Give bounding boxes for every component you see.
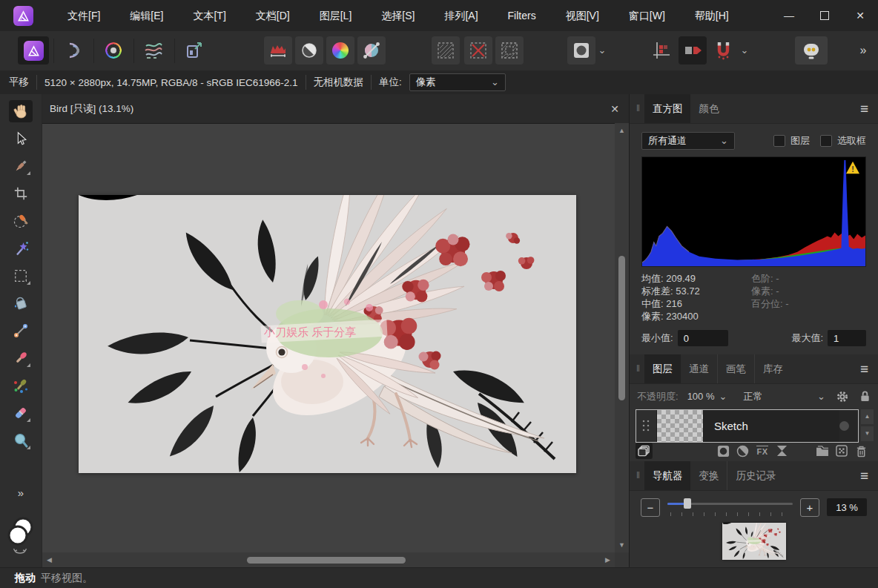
navigator-preview[interactable] xyxy=(630,523,878,560)
export-persona-button[interactable] xyxy=(180,36,208,65)
auto-levels-button[interactable] xyxy=(264,36,292,65)
tab-history[interactable]: 历史记录 xyxy=(727,461,784,490)
layer-thumbnail[interactable] xyxy=(657,410,704,442)
scroll-up-icon[interactable]: ▲ xyxy=(615,127,629,134)
move-tool[interactable] xyxy=(9,128,33,150)
develop-persona-button[interactable] xyxy=(99,36,128,65)
auto-white-balance-button[interactable] xyxy=(357,36,386,65)
group-layers-button[interactable] xyxy=(814,443,831,459)
zoom-value[interactable]: 13 % xyxy=(827,498,867,516)
blend-options-gear-icon[interactable] xyxy=(836,390,849,403)
auto-contrast-button[interactable] xyxy=(295,36,323,65)
view-tool[interactable] xyxy=(9,100,33,122)
zoom-slider[interactable] xyxy=(667,498,793,517)
horizontal-scrollbar[interactable]: ◀ ▶ xyxy=(42,552,615,567)
warning-icon[interactable]: ! xyxy=(845,161,860,174)
colour-swatches[interactable] xyxy=(6,515,36,561)
channels-dropdown[interactable]: 所有通道 ⌄ xyxy=(641,132,735,150)
panel-menu-icon[interactable]: ≡ xyxy=(860,469,868,483)
scroll-left-icon[interactable]: ◀ xyxy=(47,552,52,567)
auto-colours-button[interactable] xyxy=(326,36,354,65)
layer-drag-handle[interactable] xyxy=(636,410,657,442)
tab-channels[interactable]: 通道 xyxy=(681,354,717,383)
menu-filters[interactable]: Filters xyxy=(493,0,551,31)
menu-file[interactable]: 文件[F] xyxy=(53,0,115,31)
panel-menu-icon[interactable]: ≡ xyxy=(860,362,868,376)
zoom-out-button[interactable]: − xyxy=(641,498,660,517)
scroll-down-icon[interactable]: ▼ xyxy=(615,541,629,549)
close-button[interactable]: ✕ xyxy=(842,0,878,31)
live-filter-button[interactable] xyxy=(773,443,790,459)
tab-colour[interactable]: 颜色 xyxy=(690,94,727,123)
snapping-button[interactable] xyxy=(710,36,736,65)
vertical-scroll-thumb[interactable] xyxy=(618,256,625,400)
min-value-input[interactable]: 0 xyxy=(678,330,728,346)
gradient-tool[interactable] xyxy=(9,320,33,342)
max-value-input[interactable]: 1 xyxy=(828,330,866,346)
chevron-down-icon[interactable]: ⌄ xyxy=(719,393,727,400)
menu-help[interactable]: 帮助[H] xyxy=(680,0,744,31)
snapping-dropdown[interactable]: ⌄ xyxy=(738,36,751,65)
layer-checkbox[interactable] xyxy=(773,135,785,147)
toolbar-overflow-button[interactable]: » xyxy=(854,36,872,65)
layer-name[interactable]: Sketch xyxy=(704,410,839,442)
quick-mask-dropdown[interactable]: ⌄ xyxy=(595,36,609,65)
show-grid-button[interactable] xyxy=(650,36,673,65)
menu-view[interactable]: 视图[V] xyxy=(551,0,614,31)
deselect-button[interactable] xyxy=(464,36,492,65)
menu-layer[interactable]: 图层[L] xyxy=(305,0,367,31)
lock-icon[interactable] xyxy=(859,390,871,403)
zoom-slider-thumb[interactable] xyxy=(684,498,691,509)
adjustment-layer-button[interactable] xyxy=(734,443,751,459)
duplicate-layer-button[interactable] xyxy=(636,443,653,459)
navigator-thumbnail[interactable] xyxy=(722,523,786,560)
menu-edit[interactable]: 编辑[E] xyxy=(115,0,178,31)
panel-drag-handle-icon[interactable]: ‖ xyxy=(636,354,640,383)
maximize-button[interactable] xyxy=(807,0,842,31)
assistant-button[interactable] xyxy=(795,36,828,65)
units-dropdown[interactable]: 像素 ⌄ xyxy=(409,73,506,91)
tab-layers[interactable]: 图层 xyxy=(644,354,681,383)
photo-persona-button[interactable] xyxy=(18,36,49,65)
panel-menu-icon[interactable]: ≡ xyxy=(860,102,868,116)
blend-mode-value[interactable]: 正常 xyxy=(743,390,762,403)
panel-drag-handle-icon[interactable]: ‖ xyxy=(636,461,640,490)
pattern-layer-button[interactable] xyxy=(834,443,851,459)
layer-visibility-dot[interactable] xyxy=(839,421,849,431)
tools-overflow-button[interactable]: » xyxy=(18,486,24,499)
document-tab[interactable]: Bird [只读] (13.1%) xyxy=(42,102,133,116)
tone-mapping-persona-button[interactable] xyxy=(139,36,168,65)
layer-row-sketch[interactable]: Sketch xyxy=(636,409,859,443)
document-close-icon[interactable]: ✕ xyxy=(610,103,619,115)
opacity-value[interactable]: 100 % xyxy=(687,391,715,402)
select-all-button[interactable] xyxy=(432,36,460,65)
blur-tool[interactable] xyxy=(9,429,33,452)
menu-select[interactable]: 选择[S] xyxy=(366,0,429,31)
menu-window[interactable]: 窗口[W] xyxy=(614,0,680,31)
horizontal-scroll-thumb[interactable] xyxy=(247,557,406,564)
layers-scroll-down[interactable]: ▼ xyxy=(861,426,874,441)
selection-brush-tool[interactable] xyxy=(9,210,33,232)
pixel-brush-tool[interactable] xyxy=(9,374,33,397)
tab-brushes[interactable]: 画笔 xyxy=(717,354,754,383)
panel-drag-handle-icon[interactable]: ‖ xyxy=(636,94,640,123)
canvas-viewport[interactable]: 小刀娱乐 乐于分享 xyxy=(42,123,615,552)
minimize-button[interactable]: — xyxy=(771,0,807,31)
tab-stock[interactable]: 库存 xyxy=(754,354,791,383)
marquee-checkbox[interactable] xyxy=(820,135,832,147)
artboard[interactable]: 小刀娱乐 乐于分享 xyxy=(79,195,576,473)
colour-picker-tool[interactable] xyxy=(9,155,33,177)
tab-navigator[interactable]: 导航器 xyxy=(644,461,691,490)
scroll-right-icon[interactable]: ▶ xyxy=(605,552,610,567)
menu-text[interactable]: 文本[T] xyxy=(178,0,240,31)
paint-brush-tool[interactable] xyxy=(9,347,33,369)
tab-histogram[interactable]: 直方图 xyxy=(644,94,691,123)
layer-effects-button[interactable]: FX xyxy=(753,443,770,459)
mask-layer-button[interactable] xyxy=(715,443,732,459)
liquify-persona-button[interactable] xyxy=(59,36,88,65)
menu-arrange[interactable]: 排列[A] xyxy=(429,0,492,31)
zoom-in-button[interactable]: + xyxy=(800,498,819,517)
vertical-scrollbar[interactable]: ▲ ▼ xyxy=(615,123,629,552)
erase-brush-tool[interactable] xyxy=(9,402,33,424)
crop-tool[interactable] xyxy=(9,182,33,205)
